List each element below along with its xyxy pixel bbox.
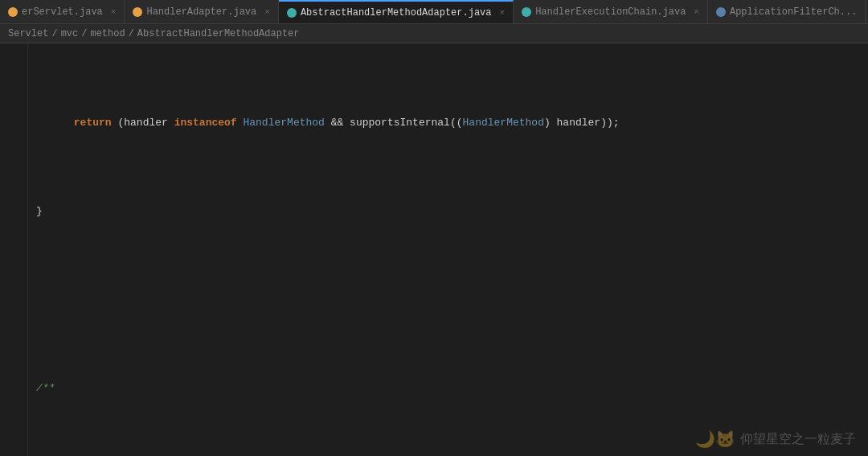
tab-close-handleradapter[interactable]: × — [264, 7, 270, 17]
ln-9 — [4, 185, 19, 203]
tab-icon-erservlet — [8, 7, 18, 17]
watermark-text: 仰望星空之一粒麦子 — [740, 430, 856, 448]
ln-14 — [4, 273, 19, 291]
ln-22 — [4, 415, 19, 433]
breadcrumb-sep1: / — [51, 28, 57, 39]
ln-21 — [4, 397, 19, 415]
ln-10 — [4, 203, 19, 220]
tab-bar: erServlet.java × HandlerAdapter.java × A… — [0, 0, 868, 24]
code-line-close1: } — [36, 203, 860, 220]
breadcrumb-sep2: / — [81, 28, 87, 39]
ln-2 — [4, 61, 19, 79]
ln-12 — [4, 238, 19, 256]
code-line-empty1 — [36, 291, 860, 309]
tab-label-appfilter: ApplicationFilterCh... — [730, 6, 857, 18]
watermark: 🌙🐱 仰望星空之一粒麦子 — [695, 430, 856, 448]
tab-label-handlerexecution: HandlerExecutionChain.java — [535, 6, 686, 18]
code-content: return (handler instanceof HandlerMethod… — [28, 43, 868, 456]
ln-16 — [4, 309, 19, 327]
ln-13 — [4, 256, 19, 273]
ln-18 — [4, 344, 19, 362]
breadcrumb-method: method — [90, 28, 125, 39]
ln-20 — [4, 380, 19, 397]
breadcrumb-servlet: Servlet — [8, 28, 48, 39]
tab-close-handlerexecution[interactable]: × — [694, 7, 699, 17]
breadcrumb-sep3: / — [129, 28, 134, 39]
tab-close-erservlet[interactable]: × — [111, 7, 117, 17]
tab-label-handleradapter: HandlerAdapter.java — [146, 6, 256, 18]
tab-abstracthandler[interactable]: AbstractHandlerMethodAdapter.java × — [279, 0, 514, 24]
tab-appfilter[interactable]: ApplicationFilterCh... — [708, 0, 866, 24]
ln-7 — [4, 150, 19, 167]
breadcrumb-classname: AbstractHandlerMethodAdapter — [137, 28, 300, 39]
ln-11 — [4, 220, 19, 238]
ln-6 — [4, 132, 19, 150]
ln-1 — [4, 43, 19, 61]
tab-icon-abstracthandler — [287, 8, 297, 18]
ln-15 — [4, 291, 19, 309]
ln-3 — [4, 79, 19, 97]
line-numbers — [0, 43, 28, 456]
breadcrumb-mvc: mvc — [61, 28, 79, 39]
ln-8 — [4, 167, 19, 185]
watermark-icon: 🌙🐱 — [695, 430, 735, 448]
code-line-jdoc1: /** — [36, 380, 860, 397]
tab-label-erservlet: erServlet.java — [22, 6, 103, 18]
ln-19 — [4, 362, 19, 380]
tab-label-abstracthandler: AbstractHandlerMethodAdapter.java — [301, 7, 492, 18]
code-line-return1: return (handler instanceof HandlerMethod… — [36, 114, 860, 132]
ln-17 — [4, 327, 19, 344]
tab-close-abstracthandler[interactable]: × — [500, 8, 506, 18]
ln-23 — [4, 433, 19, 450]
code-area: return (handler instanceof HandlerMethod… — [0, 43, 868, 456]
breadcrumb: Servlet / mvc / method / AbstractHandler… — [0, 24, 868, 43]
tab-handleradapter[interactable]: HandlerAdapter.java × — [125, 0, 278, 24]
tab-handlerexecution[interactable]: HandlerExecutionChain.java × — [514, 0, 708, 24]
tab-icon-handleradapter — [133, 7, 142, 17]
tab-icon-appfilter — [716, 7, 726, 17]
tab-erservlet[interactable]: erServlet.java × — [0, 0, 125, 24]
ln-4 — [4, 97, 19, 114]
ln-5 — [4, 114, 19, 132]
tab-icon-handlerexecution — [522, 7, 531, 17]
